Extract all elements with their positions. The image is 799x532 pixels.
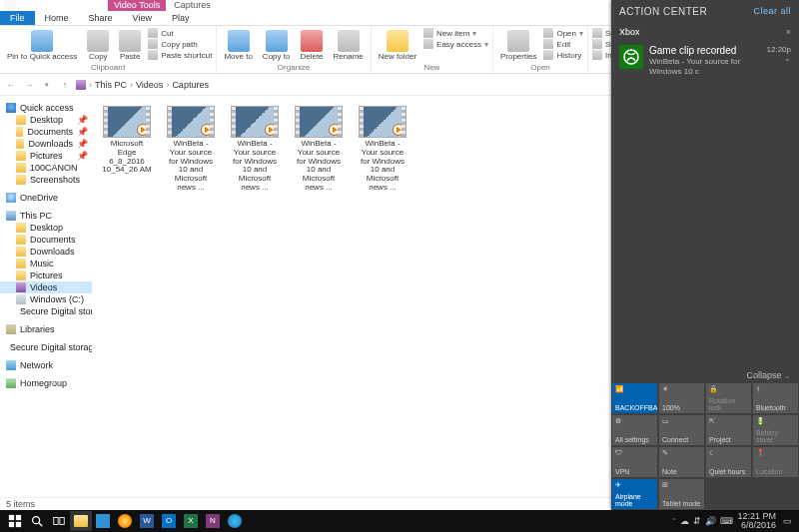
libraries-label: Libraries	[20, 324, 55, 334]
taskbar-app-store[interactable]	[92, 511, 114, 531]
nav-quick-desktop[interactable]: Desktop📌	[0, 114, 92, 126]
new-item-button[interactable]: New item▾	[423, 28, 488, 38]
nav-quick-access[interactable]: Quick access	[0, 102, 92, 114]
file-item[interactable]: WinBeta - Your source for Windows 10 and…	[166, 106, 216, 193]
back-button[interactable]: ←	[4, 78, 18, 92]
cut-button[interactable]: Cut	[148, 28, 212, 38]
nav-sd[interactable]: Secure Digital storag	[0, 341, 92, 353]
tab-file[interactable]: File	[0, 11, 35, 25]
quick-action-label: Airplane mode	[615, 493, 654, 507]
nav-pc-secure-digital-stora[interactable]: Secure Digital stora	[0, 305, 92, 317]
nav-pc-windows-c-[interactable]: Windows (C:)	[0, 293, 92, 305]
crumb-videos[interactable]: Videos	[136, 80, 163, 90]
taskbar-app-explorer[interactable]	[70, 511, 92, 531]
quick-action-tablet-mode[interactable]: ⊞ Tablet mode	[658, 478, 705, 510]
file-item[interactable]: WinBeta - Your source for Windows 10 and…	[294, 106, 344, 193]
paste-button[interactable]: Paste	[116, 28, 144, 63]
copy-path-button[interactable]: Copy path	[148, 39, 212, 49]
quick-action-rotation-lock[interactable]: 🔒 Rotation lock	[705, 382, 752, 414]
move-to-button[interactable]: Move to	[221, 28, 255, 63]
tray-overflow-icon[interactable]: ˄	[672, 517, 676, 526]
taskbar-app-onenote[interactable]: N	[202, 511, 224, 531]
quick-action-bluetooth[interactable]: ᚼ Bluetooth	[752, 382, 799, 414]
properties-button[interactable]: Properties	[497, 28, 539, 63]
quick-action-note[interactable]: ✎ Note	[658, 446, 705, 478]
quick-action-project[interactable]: ⇱ Project	[705, 414, 752, 446]
nav-homegroup[interactable]: Homegroup	[0, 377, 92, 389]
nav-quick-100canon[interactable]: 100CANON	[0, 162, 92, 174]
nav-quick-documents[interactable]: Documents📌	[0, 126, 92, 138]
nav-this-pc[interactable]: This PC	[0, 210, 92, 222]
file-item[interactable]: WinBeta - Your source for Windows 10 and…	[358, 106, 407, 193]
quick-actions: 📶 BACKOFFBACCHUSWIFI ☀ 100% 🔒 Rotation l…	[611, 382, 799, 510]
copy-to-button[interactable]: Copy to	[260, 28, 294, 63]
quick-action-quiet-hours[interactable]: ☾ Quiet hours	[705, 446, 752, 478]
nav-pc-desktop[interactable]: Desktop	[0, 222, 92, 234]
file-item[interactable]: WinBeta - Your source for Windows 10 and…	[230, 106, 280, 193]
notif-app-name[interactable]: Xbox	[619, 27, 640, 37]
taskbar-app-firefox[interactable]	[114, 511, 136, 531]
up-button[interactable]: ↑	[58, 78, 72, 92]
search-button[interactable]	[26, 511, 48, 531]
context-tab-video-tools[interactable]: Video Tools	[108, 0, 166, 11]
nav-pc-pictures[interactable]: Pictures	[0, 269, 92, 281]
clear-all-button[interactable]: Clear all	[753, 6, 791, 17]
collapse-button[interactable]: Collapse ⌄	[611, 368, 799, 382]
nav-network[interactable]: Network	[0, 359, 92, 371]
history-button[interactable]: History	[543, 50, 583, 60]
pin-quick-access-button[interactable]: Pin to Quick access	[4, 28, 80, 63]
new-folder-button[interactable]: New folder	[376, 28, 419, 63]
quick-action-location[interactable]: 📍 Location	[752, 446, 799, 478]
nav-quick-downloads[interactable]: Downloads📌	[0, 138, 92, 150]
action-center-button[interactable]: ▭	[780, 516, 795, 526]
recent-button[interactable]: ▾	[40, 78, 54, 92]
paste-shortcut-button[interactable]: Paste shortcut	[148, 50, 212, 60]
tray-volume-icon[interactable]: 🔊	[705, 516, 716, 526]
nav-pc-documents[interactable]: Documents	[0, 234, 92, 246]
nav-pc-videos[interactable]: Videos	[0, 281, 92, 293]
tab-home[interactable]: Home	[35, 11, 79, 25]
breadcrumb[interactable]: › This PC › Videos › Captures	[76, 80, 209, 90]
tray-input-icon[interactable]: ⌨	[720, 516, 733, 526]
quick-action-all-settings[interactable]: ⚙ All settings	[611, 414, 658, 446]
easy-access-button[interactable]: Easy access▾	[423, 39, 488, 49]
system-tray[interactable]: ˄ ☁ ⇵ 🔊 ⌨ 12:21 PM 6/8/2016 ▭	[672, 512, 795, 530]
tab-share[interactable]: Share	[79, 11, 123, 25]
taskbar-clock[interactable]: 12:21 PM 6/8/2016	[737, 512, 776, 530]
task-view-button[interactable]	[48, 511, 70, 531]
taskbar-app-outlook[interactable]: O	[158, 511, 180, 531]
taskbar-app-word[interactable]: W	[136, 511, 158, 531]
crumb-captures[interactable]: Captures	[172, 80, 209, 90]
file-item[interactable]: Microsoft Edge 6_8_2016 10_54_26 AM	[102, 106, 152, 175]
rename-button[interactable]: Rename	[331, 28, 367, 63]
start-button[interactable]	[4, 511, 26, 531]
tray-onedrive-icon[interactable]: ☁	[680, 516, 689, 526]
notif-app-close[interactable]: ×	[786, 27, 791, 37]
quick-action-battery-saver[interactable]: 🔋 Battery saver	[752, 414, 799, 446]
nav-quick-screenshots[interactable]: Screenshots	[0, 174, 92, 186]
taskbar-app-excel[interactable]: X	[180, 511, 202, 531]
tab-play[interactable]: Play	[162, 11, 200, 25]
nav-pc-music[interactable]: Music	[0, 258, 92, 269]
quick-action-label: Location	[756, 468, 795, 475]
edit-button[interactable]: Edit	[543, 39, 583, 49]
copy-button[interactable]: Copy	[84, 28, 112, 63]
nav-libraries[interactable]: Libraries	[0, 323, 92, 335]
tab-view[interactable]: View	[123, 11, 162, 25]
open-button[interactable]: Open▾	[543, 28, 583, 38]
quick-action-backoffbacchuswifi[interactable]: 📶 BACKOFFBACCHUSWIFI	[611, 382, 658, 414]
quick-action-100-[interactable]: ☀ 100%	[658, 382, 705, 414]
taskbar-app-ie[interactable]	[224, 511, 246, 531]
quick-action-airplane-mode[interactable]: ✈ Airplane mode	[611, 478, 658, 510]
chevron-down-icon[interactable]: ⌄	[767, 54, 791, 63]
crumb-this-pc[interactable]: This PC	[95, 80, 127, 90]
delete-button[interactable]: Delete	[297, 28, 326, 63]
nav-onedrive[interactable]: OneDrive	[0, 192, 92, 204]
nav-pc-downloads[interactable]: Downloads	[0, 246, 92, 258]
quick-action-vpn[interactable]: 🛡 VPN	[611, 446, 658, 478]
nav-quick-pictures[interactable]: Pictures📌	[0, 150, 92, 162]
quick-action-connect[interactable]: ▭ Connect	[658, 414, 705, 446]
forward-button[interactable]: →	[22, 78, 36, 92]
notification[interactable]: Game clip recorded WinBeta - Your source…	[611, 41, 799, 86]
tray-network-icon[interactable]: ⇵	[693, 516, 701, 526]
